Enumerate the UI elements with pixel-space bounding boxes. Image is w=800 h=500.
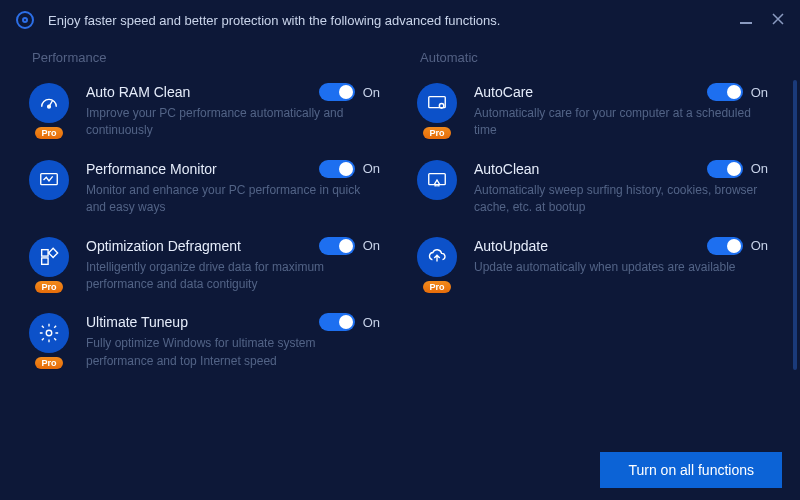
automatic-column: Automatic Pro AutoCare On Automatically … (400, 50, 776, 450)
feature-description: Automatically sweep surfing history, coo… (474, 182, 768, 217)
toggle-state-label: On (751, 161, 768, 176)
toggle-state-label: On (363, 238, 380, 253)
app-logo-icon (16, 11, 34, 29)
screen-gear-icon (417, 83, 457, 123)
toggle-state-label: On (363, 161, 380, 176)
feature-auto-ram-clean: Pro Auto RAM Clean On Improve your PC pe… (24, 83, 388, 140)
svg-rect-6 (429, 97, 446, 108)
feature-description: Fully optimize Windows for ultimate syst… (86, 335, 380, 370)
pro-badge: Pro (35, 281, 62, 293)
content-area: Performance Pro Auto RAM Clean On Improv… (0, 40, 800, 450)
gear-icon (29, 313, 69, 353)
feature-autocare: Pro AutoCare On Automatically care for y… (412, 83, 776, 140)
svg-rect-1 (41, 173, 58, 184)
screen-broom-icon (417, 160, 457, 200)
pro-badge: Pro (423, 127, 450, 139)
feature-autoclean: AutoClean On Automatically sweep surfing… (412, 160, 776, 217)
feature-title: Auto RAM Clean (86, 84, 190, 100)
section-title-automatic: Automatic (412, 50, 776, 65)
feature-title: AutoUpdate (474, 238, 548, 254)
feature-description: Update automatically when updates are av… (474, 259, 768, 276)
feature-title: AutoCare (474, 84, 533, 100)
monitor-icon (29, 160, 69, 200)
toggle-state-label: On (751, 85, 768, 100)
section-title-performance: Performance (24, 50, 388, 65)
cloud-update-icon (417, 237, 457, 277)
toggle-state-label: On (363, 85, 380, 100)
feature-description: Improve your PC performance automaticall… (86, 105, 380, 140)
svg-rect-3 (49, 248, 58, 257)
toggle-ultimate-tuneup[interactable] (319, 313, 355, 331)
feature-title: Ultimate Tuneup (86, 314, 188, 330)
feature-title: Optimization Defragment (86, 238, 241, 254)
toggle-autocare[interactable] (707, 83, 743, 101)
feature-description: Automatically care for your computer at … (474, 105, 768, 140)
svg-rect-4 (42, 257, 48, 263)
toggle-auto-ram-clean[interactable] (319, 83, 355, 101)
feature-description: Monitor and enhance your PC performance … (86, 182, 380, 217)
svg-rect-2 (42, 249, 48, 255)
scrollbar[interactable] (793, 80, 797, 370)
window-controls (740, 12, 784, 28)
feature-title: AutoClean (474, 161, 539, 177)
gauge-icon (29, 83, 69, 123)
titlebar: Enjoy faster speed and better protection… (0, 0, 800, 40)
turn-on-all-button[interactable]: Turn on all functions (600, 452, 782, 488)
feature-description: Intelligently organize drive data for ma… (86, 259, 380, 294)
footer: Turn on all functions (582, 440, 800, 500)
feature-performance-monitor: Performance Monitor On Monitor and enhan… (24, 160, 388, 217)
defrag-icon (29, 237, 69, 277)
toggle-state-label: On (363, 315, 380, 330)
pro-badge: Pro (35, 127, 62, 139)
performance-column: Performance Pro Auto RAM Clean On Improv… (24, 50, 400, 450)
close-button[interactable] (772, 12, 784, 28)
toggle-autoupdate[interactable] (707, 237, 743, 255)
feature-optimization-defragment: Pro Optimization Defragment On Intellige… (24, 237, 388, 294)
toggle-optimization-defragment[interactable] (319, 237, 355, 255)
pro-badge: Pro (423, 281, 450, 293)
feature-ultimate-tuneup: Pro Ultimate Tuneup On Fully optimize Wi… (24, 313, 388, 370)
minimize-button[interactable] (740, 22, 752, 24)
feature-title: Performance Monitor (86, 161, 217, 177)
svg-point-5 (46, 331, 52, 337)
toggle-autoclean[interactable] (707, 160, 743, 178)
pro-badge: Pro (35, 357, 62, 369)
toggle-state-label: On (751, 238, 768, 253)
toggle-performance-monitor[interactable] (319, 160, 355, 178)
svg-point-0 (48, 105, 51, 108)
feature-autoupdate: Pro AutoUpdate On Update automatically w… (412, 237, 776, 293)
window-title: Enjoy faster speed and better protection… (48, 13, 740, 28)
